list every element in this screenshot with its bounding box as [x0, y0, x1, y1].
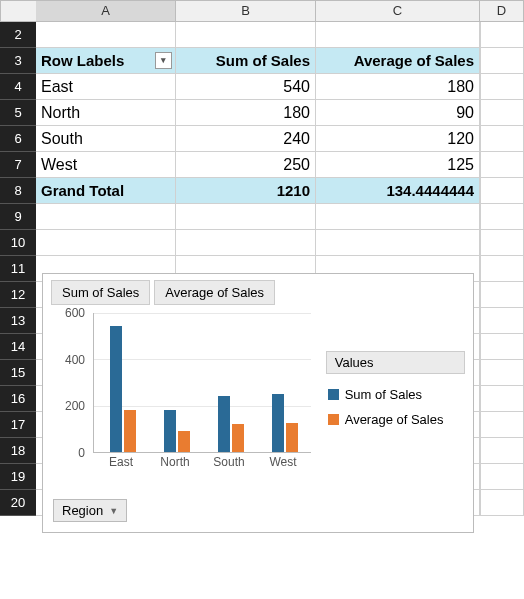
- col-header-A[interactable]: A: [36, 0, 176, 22]
- cell-D7[interactable]: [480, 152, 524, 178]
- row-header-10[interactable]: 10: [0, 230, 36, 256]
- row-header-11[interactable]: 11: [0, 256, 36, 282]
- x-label-east: East: [99, 455, 143, 469]
- pivot-row-south[interactable]: South: [36, 126, 176, 152]
- cell-D16[interactable]: [480, 386, 524, 412]
- bar-west-sum[interactable]: [272, 394, 284, 452]
- pivot-north-sum[interactable]: 180: [176, 100, 316, 126]
- row-header-20[interactable]: 20: [0, 490, 36, 516]
- cell-B2[interactable]: [176, 22, 316, 48]
- bar-north-avg[interactable]: [178, 431, 190, 452]
- cell-D9[interactable]: [480, 204, 524, 230]
- row-header-2[interactable]: 2: [0, 22, 36, 48]
- cell-A10[interactable]: [36, 230, 176, 256]
- cell-D8[interactable]: [480, 178, 524, 204]
- legend-swatch-avg-icon: [328, 414, 339, 425]
- pivot-row-labels-header[interactable]: Row Labels ▾: [36, 48, 176, 74]
- pivot-col-sum-header[interactable]: Sum of Sales: [176, 48, 316, 74]
- cell-D20[interactable]: [480, 490, 524, 516]
- cell-D10[interactable]: [480, 230, 524, 256]
- pivot-grand-total-sum[interactable]: 1210: [176, 178, 316, 204]
- chart-plot-area: 600 400 200 0: [55, 313, 314, 473]
- pivot-south-avg[interactable]: 120: [316, 126, 480, 152]
- pivot-chart[interactable]: Sum of Sales Average of Sales 600 400 20…: [42, 273, 474, 533]
- row-header-7[interactable]: 7: [0, 152, 36, 178]
- cell-A9[interactable]: [36, 204, 176, 230]
- cell-D15[interactable]: [480, 360, 524, 386]
- chart-field-sum-button[interactable]: Sum of Sales: [51, 280, 150, 305]
- cell-C10[interactable]: [316, 230, 480, 256]
- bar-west-avg[interactable]: [286, 423, 298, 452]
- pivot-west-avg[interactable]: 125: [316, 152, 480, 178]
- cell-D19[interactable]: [480, 464, 524, 490]
- pivot-grand-total-avg[interactable]: 134.4444444: [316, 178, 480, 204]
- cell-D13[interactable]: [480, 308, 524, 334]
- bar-east-sum[interactable]: [110, 326, 122, 452]
- cell-C2[interactable]: [316, 22, 480, 48]
- cell-C9[interactable]: [316, 204, 480, 230]
- cell-A2[interactable]: [36, 22, 176, 48]
- bar-north-sum[interactable]: [164, 410, 176, 452]
- legend-swatch-sum-icon: [328, 389, 339, 400]
- row-header-18[interactable]: 18: [0, 438, 36, 464]
- cell-D2[interactable]: [480, 22, 524, 48]
- cell-D18[interactable]: [480, 438, 524, 464]
- col-header-B[interactable]: B: [176, 0, 316, 22]
- row-header-9[interactable]: 9: [0, 204, 36, 230]
- col-header-D[interactable]: D: [480, 0, 524, 22]
- pivot-north-avg[interactable]: 90: [316, 100, 480, 126]
- cell-D14[interactable]: [480, 334, 524, 360]
- bar-south-sum[interactable]: [218, 396, 230, 452]
- region-filter-label: Region: [62, 503, 103, 518]
- legend-label-sum: Sum of Sales: [345, 387, 422, 402]
- cell-D17[interactable]: [480, 412, 524, 438]
- row-header-5[interactable]: 5: [0, 100, 36, 126]
- chart-field-avg-button[interactable]: Average of Sales: [154, 280, 275, 305]
- legend-label-avg: Average of Sales: [345, 412, 444, 427]
- row-header-14[interactable]: 14: [0, 334, 36, 360]
- row-labels-filter-icon[interactable]: ▾: [155, 52, 172, 69]
- chart-region-filter-button[interactable]: Region ▼: [53, 499, 127, 522]
- cell-B9[interactable]: [176, 204, 316, 230]
- column-headers: A B C D: [0, 0, 524, 22]
- legend-title: Values: [326, 351, 465, 374]
- chart-y-axis: 600 400 200 0: [55, 313, 89, 453]
- cell-B10[interactable]: [176, 230, 316, 256]
- cell-D6[interactable]: [480, 126, 524, 152]
- row-header-12[interactable]: 12: [0, 282, 36, 308]
- cell-D4[interactable]: [480, 74, 524, 100]
- col-header-C[interactable]: C: [316, 0, 480, 22]
- row-header-19[interactable]: 19: [0, 464, 36, 490]
- bar-east-avg[interactable]: [124, 410, 136, 452]
- pivot-row-east[interactable]: East: [36, 74, 176, 100]
- y-tick-400: 400: [55, 353, 85, 367]
- pivot-east-avg[interactable]: 180: [316, 74, 480, 100]
- cell-D5[interactable]: [480, 100, 524, 126]
- select-all-corner[interactable]: [0, 0, 36, 22]
- row-header-6[interactable]: 6: [0, 126, 36, 152]
- cell-D11[interactable]: [480, 256, 524, 282]
- pivot-east-sum[interactable]: 540: [176, 74, 316, 100]
- pivot-row-west[interactable]: West: [36, 152, 176, 178]
- pivot-grand-total-label[interactable]: Grand Total: [36, 178, 176, 204]
- row-header-3[interactable]: 3: [0, 48, 36, 74]
- legend-item-sum[interactable]: Sum of Sales: [326, 382, 465, 407]
- cell-D3[interactable]: [480, 48, 524, 74]
- row-header-16[interactable]: 16: [0, 386, 36, 412]
- chart-x-labels: East North South West: [93, 455, 311, 473]
- pivot-row-north[interactable]: North: [36, 100, 176, 126]
- row-header-4[interactable]: 4: [0, 74, 36, 100]
- cell-D12[interactable]: [480, 282, 524, 308]
- x-label-south: South: [207, 455, 251, 469]
- row-header-17[interactable]: 17: [0, 412, 36, 438]
- chart-plot-region: 600 400 200 0: [43, 309, 473, 473]
- pivot-col-avg-header[interactable]: Average of Sales: [316, 48, 480, 74]
- row-header-13[interactable]: 13: [0, 308, 36, 334]
- row-header-8[interactable]: 8: [0, 178, 36, 204]
- pivot-south-sum[interactable]: 240: [176, 126, 316, 152]
- y-tick-0: 0: [55, 446, 85, 460]
- bar-south-avg[interactable]: [232, 424, 244, 452]
- row-header-15[interactable]: 15: [0, 360, 36, 386]
- legend-item-avg[interactable]: Average of Sales: [326, 407, 465, 432]
- pivot-west-sum[interactable]: 250: [176, 152, 316, 178]
